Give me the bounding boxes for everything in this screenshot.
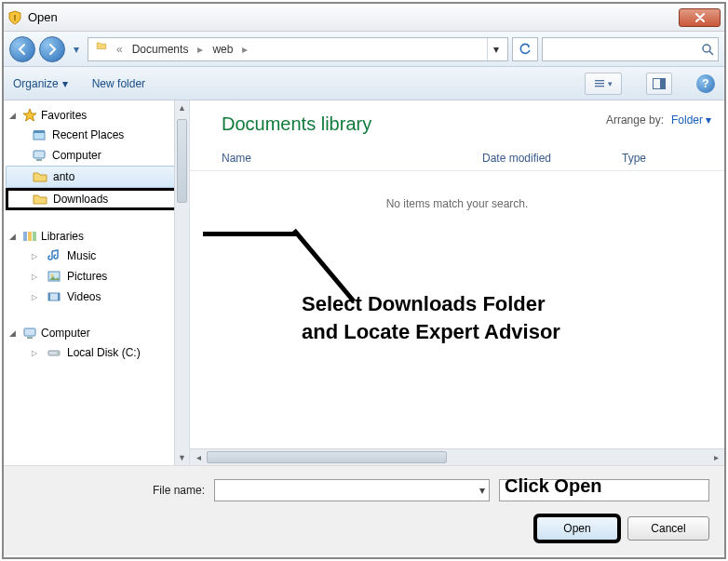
tree-item-anto[interactable]: anto (6, 166, 187, 188)
collapse-icon: ◢ (9, 232, 19, 241)
cancel-button[interactable]: Cancel (627, 516, 709, 541)
folder-icon (92, 40, 111, 59)
new-folder-button[interactable]: New folder (92, 77, 145, 90)
organize-menu[interactable]: Organize ▾ (13, 77, 68, 90)
svg-rect-5 (595, 86, 604, 87)
tree-label: Recent Places (52, 128, 124, 141)
filename-combobox[interactable]: ▾ (214, 479, 490, 501)
column-type[interactable]: Type (622, 152, 711, 165)
computer-icon (32, 148, 47, 163)
chevron-down-icon[interactable]: ▾ (479, 484, 485, 497)
breadcrumb-bar[interactable]: « Documents ▸ web ▸ ▾ (88, 37, 508, 61)
annotation-click-open: Click Open (505, 475, 601, 497)
scroll-up-icon[interactable]: ▲ (175, 100, 189, 115)
tree-label: Computer (41, 327, 90, 340)
svg-line-2 (709, 51, 713, 55)
column-name[interactable]: Name (222, 152, 482, 165)
expand-icon: ▷ (32, 293, 41, 301)
computer-group: ◢ Computer ▷ Local Disk (C:) (4, 324, 189, 363)
tree-label: Videos (67, 290, 101, 303)
nav-history-dropdown[interactable]: ▾ (69, 36, 84, 62)
expand-icon: ▷ (32, 349, 41, 357)
libraries-header[interactable]: ◢ Libraries (4, 227, 189, 246)
svg-rect-12 (23, 232, 27, 241)
empty-state: No items match your search. (190, 171, 724, 236)
breadcrumb-item[interactable]: Documents (128, 43, 193, 56)
scroll-left-icon[interactable]: ◂ (190, 449, 207, 465)
back-button[interactable] (9, 36, 35, 62)
open-dialog: ! Open ▾ « Documents ▸ web ▸ ▾ (2, 2, 726, 559)
tree-item-music[interactable]: ▷ Music (4, 246, 189, 266)
tree-label: anto (53, 170, 74, 183)
open-button[interactable]: Open (536, 516, 618, 541)
chevron-down-icon: ▾ (608, 79, 613, 88)
scroll-down-icon[interactable]: ▼ (175, 450, 189, 465)
favorites-header[interactable]: ◢ Favorites (4, 106, 189, 125)
close-button[interactable] (679, 8, 721, 27)
filename-input[interactable] (219, 484, 479, 498)
pictures-icon (47, 269, 61, 284)
tree-item-computer-fav[interactable]: Computer (4, 145, 189, 166)
search-icon (701, 43, 714, 56)
view-options-button[interactable]: ▾ (585, 73, 622, 95)
help-button[interactable]: ? (696, 74, 715, 93)
tree-item-downloads[interactable]: Downloads (6, 188, 187, 210)
svg-point-23 (57, 353, 59, 354)
tree-item-videos[interactable]: ▷ Videos (4, 287, 189, 307)
column-date[interactable]: Date modified (482, 152, 622, 165)
toolbar: Organize ▾ New folder ▾ ? (4, 67, 724, 100)
dialog-body: ◢ Favorites Recent Places Computer (4, 100, 724, 465)
svg-rect-8 (34, 132, 45, 140)
navigation-pane: ◢ Favorites Recent Places Computer (4, 100, 190, 465)
svg-rect-13 (28, 232, 32, 241)
arrange-by: Arrange by: Folder ▾ (606, 114, 711, 127)
search-box[interactable] (542, 37, 719, 61)
preview-pane-button[interactable] (646, 73, 672, 95)
folder-icon (33, 169, 47, 184)
search-input[interactable] (546, 43, 701, 56)
scroll-right-icon[interactable]: ▸ (708, 449, 724, 465)
libraries-group: ◢ Libraries ▷ Music ▷ Pictures (4, 227, 189, 307)
main-horizontal-scrollbar[interactable]: ◂ ▸ (190, 448, 724, 465)
breadcrumb-separator: ▸ (194, 43, 207, 56)
computer-header[interactable]: ◢ Computer (4, 324, 189, 342)
drive-icon (47, 345, 61, 360)
music-icon (47, 248, 61, 263)
chevron-down-icon: ▾ (62, 77, 68, 90)
svg-rect-14 (33, 232, 36, 241)
breadcrumb-separator: ▸ (238, 43, 251, 56)
svg-point-16 (51, 274, 54, 277)
navpane-scrollbar[interactable]: ▲ ▼ (174, 100, 189, 465)
svg-rect-19 (58, 293, 60, 301)
tree-label: Pictures (67, 270, 107, 283)
folder-icon (33, 192, 47, 207)
expand-icon: ▷ (32, 252, 41, 260)
collapse-icon: ◢ (9, 328, 19, 338)
tree-label: Libraries (41, 230, 84, 243)
arrange-dropdown[interactable]: Folder ▾ (671, 114, 711, 127)
breadcrumb-item[interactable]: web (209, 43, 236, 56)
annotation-text: Select Downloads Folder and Locate Exper… (302, 290, 560, 345)
arrange-label: Arrange by: (606, 114, 664, 127)
tree-item-recent-places[interactable]: Recent Places (4, 125, 189, 145)
scrollbar-thumb[interactable] (207, 451, 447, 463)
library-header: Documents library Arrange by: Folder ▾ (190, 100, 724, 142)
chevron-down-icon: ▾ (706, 114, 711, 127)
button-row: Open Cancel (19, 516, 709, 541)
refresh-button[interactable] (512, 37, 538, 61)
tree-item-local-disk[interactable]: ▷ Local Disk (C:) (4, 342, 189, 363)
svg-point-1 (703, 45, 710, 52)
tree-label: Downloads (53, 193, 108, 206)
filename-label: File name: (19, 484, 205, 497)
tree-label: Computer (52, 149, 101, 162)
tree-item-pictures[interactable]: ▷ Pictures (4, 266, 189, 287)
collapse-icon: ◢ (9, 111, 19, 120)
folder-tree: ◢ Favorites Recent Places Computer (4, 102, 189, 383)
breadcrumb-dropdown[interactable]: ▾ (487, 38, 504, 60)
breadcrumb-prefix: « (113, 43, 127, 56)
svg-rect-9 (34, 130, 45, 133)
annotation-line-h (203, 232, 296, 236)
scrollbar-thumb[interactable] (177, 119, 187, 203)
forward-button[interactable] (39, 36, 65, 62)
svg-text:!: ! (14, 13, 17, 22)
